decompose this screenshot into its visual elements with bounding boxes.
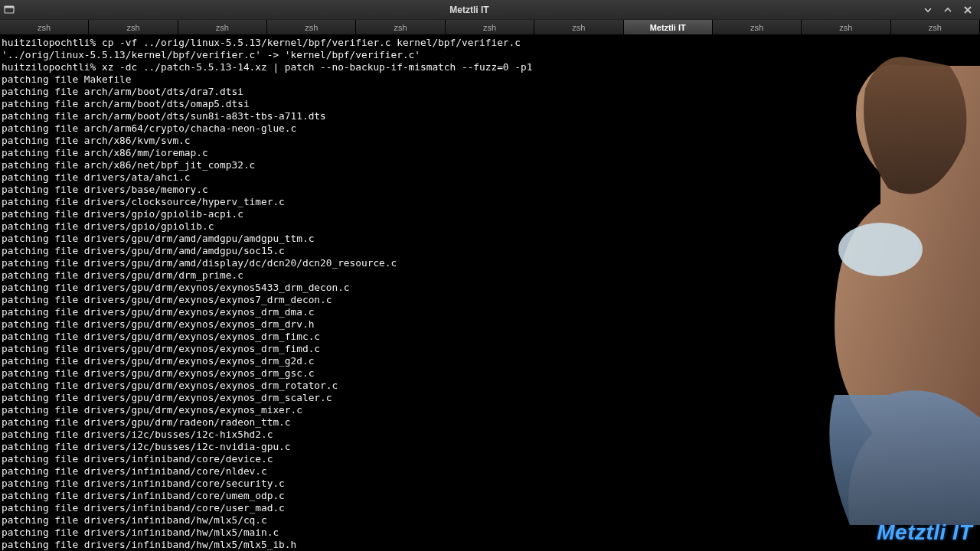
svg-rect-1 <box>5 6 14 8</box>
terminal-line: patching file drivers/gpu/drm/radeon/rad… <box>2 416 978 429</box>
terminal-line: patching file drivers/infiniband/hw/mlx5… <box>2 514 978 527</box>
tab-0[interactable]: zsh <box>0 20 89 34</box>
window-title: Metztli IT <box>18 5 920 15</box>
tab-label: zsh <box>394 23 407 32</box>
terminal-line: patching file drivers/ata/ahci.c <box>2 171 978 184</box>
terminal-line: patching file drivers/gpio/gpiolib.c <box>2 220 978 233</box>
tab-bar: zshzshzshzshzshzshzshMetztli ITzshzshzsh <box>0 20 980 35</box>
tab-2[interactable]: zsh <box>178 20 267 34</box>
terminal-line: patching file drivers/gpu/drm/exynos/exy… <box>2 294 978 306</box>
terminal-line: patching file drivers/gpu/drm/exynos/exy… <box>2 355 978 367</box>
tab-label: Metztli IT <box>650 23 686 32</box>
terminal-line: patching file drivers/base/memory.c <box>2 184 978 196</box>
terminal-line: patching file arch/arm/boot/dts/omap5.dt… <box>2 98 978 110</box>
terminal-line: patching file drivers/gpu/drm/exynos/exy… <box>2 380 978 392</box>
terminal-line: patching file drivers/gpu/drm/exynos/exy… <box>2 282 978 294</box>
title-bar: Metztli IT <box>0 0 980 20</box>
terminal-line: patching file arch/x86/kvm/svm.c <box>2 135 978 147</box>
terminal-line: patching file drivers/gpu/drm/exynos/exy… <box>2 306 978 318</box>
terminal-line: patching file drivers/infiniband/hw/mlx5… <box>2 539 978 551</box>
terminal-line: patching file drivers/i2c/busses/i2c-hix… <box>2 429 978 441</box>
tab-label: zsh <box>305 23 318 32</box>
tab-10[interactable]: zsh <box>891 20 980 34</box>
tab-3[interactable]: zsh <box>267 20 356 34</box>
terminal-line: patching file arch/x86/net/bpf_jit_comp3… <box>2 159 978 171</box>
terminal-line: patching file Makefile <box>2 73 978 86</box>
terminal-line: patching file drivers/gpio/gpiolib-acpi.… <box>2 208 978 220</box>
watermark-text: Metztli IT <box>877 520 972 545</box>
tab-5[interactable]: zsh <box>446 20 534 34</box>
maximize-button[interactable] <box>940 2 956 18</box>
minimize-button[interactable] <box>920 2 936 18</box>
tab-label: zsh <box>483 23 496 32</box>
tab-9[interactable]: zsh <box>802 20 890 34</box>
terminal-line: '../orig/linux-5.5.13/kernel/bpf/verifie… <box>2 49 978 61</box>
terminal-line: patching file drivers/infiniband/core/de… <box>2 453 978 465</box>
terminal-line: patching file drivers/infiniband/core/us… <box>2 502 978 514</box>
terminal-line: patching file arch/arm/boot/dts/dra7.dts… <box>2 86 978 98</box>
tab-label: zsh <box>929 23 942 32</box>
terminal-line: patching file drivers/infiniband/core/um… <box>2 490 978 502</box>
close-button[interactable] <box>960 2 975 18</box>
window-controls <box>920 2 980 18</box>
tab-label: zsh <box>38 23 51 32</box>
terminal-line: patching file drivers/gpu/drm/exynos/exy… <box>2 404 978 416</box>
terminal-line: patching file arch/x86/mm/ioremap.c <box>2 147 978 159</box>
terminal-line: patching file drivers/i2c/busses/i2c-nvi… <box>2 441 978 453</box>
terminal-line: patching file drivers/infiniband/core/se… <box>2 478 978 490</box>
tab-label: zsh <box>572 23 585 32</box>
terminal-line: patching file drivers/gpu/drm/exynos/exy… <box>2 318 978 331</box>
terminal-line: patching file drivers/infiniband/hw/mlx5… <box>2 527 978 539</box>
tab-label: zsh <box>216 23 229 32</box>
app-icon <box>0 5 18 15</box>
terminal-line: patching file drivers/gpu/drm/exynos/exy… <box>2 392 978 404</box>
terminal-line: huitzilopochtli% cp -vf ../orig/linux-5.… <box>2 37 978 49</box>
terminal-line: patching file drivers/gpu/drm/drm_prime.… <box>2 269 978 282</box>
terminal-line: patching file drivers/gpu/drm/exynos/exy… <box>2 367 978 380</box>
terminal-output[interactable]: huitzilopochtli% cp -vf ../orig/linux-5.… <box>0 35 980 551</box>
terminal-line: patching file drivers/gpu/drm/amd/amdgpu… <box>2 245 978 257</box>
terminal-line: patching file drivers/gpu/drm/exynos/exy… <box>2 331 978 343</box>
terminal-line: patching file drivers/gpu/drm/exynos/exy… <box>2 343 978 355</box>
terminal-line: patching file drivers/clocksource/hyperv… <box>2 196 978 208</box>
terminal-line: huitzilopochtli% xz -dc ../patch-5.5.13-… <box>2 61 978 73</box>
tab-8[interactable]: zsh <box>713 20 802 34</box>
tab-4[interactable]: zsh <box>356 20 445 34</box>
tab-6[interactable]: zsh <box>534 20 623 34</box>
terminal-line: patching file arch/arm/boot/dts/sun8i-a8… <box>2 110 978 122</box>
tab-label: zsh <box>839 23 852 32</box>
terminal-line: patching file drivers/gpu/drm/amd/amdgpu… <box>2 233 978 245</box>
terminal-line: patching file drivers/gpu/drm/amd/displa… <box>2 257 978 269</box>
terminal-line: patching file drivers/infiniband/core/nl… <box>2 465 978 478</box>
tab-7[interactable]: Metztli IT <box>624 20 713 34</box>
tab-label: zsh <box>126 23 139 32</box>
tab-label: zsh <box>750 23 763 32</box>
tab-1[interactable]: zsh <box>89 20 178 34</box>
terminal-line: patching file arch/arm64/crypto/chacha-n… <box>2 122 978 135</box>
